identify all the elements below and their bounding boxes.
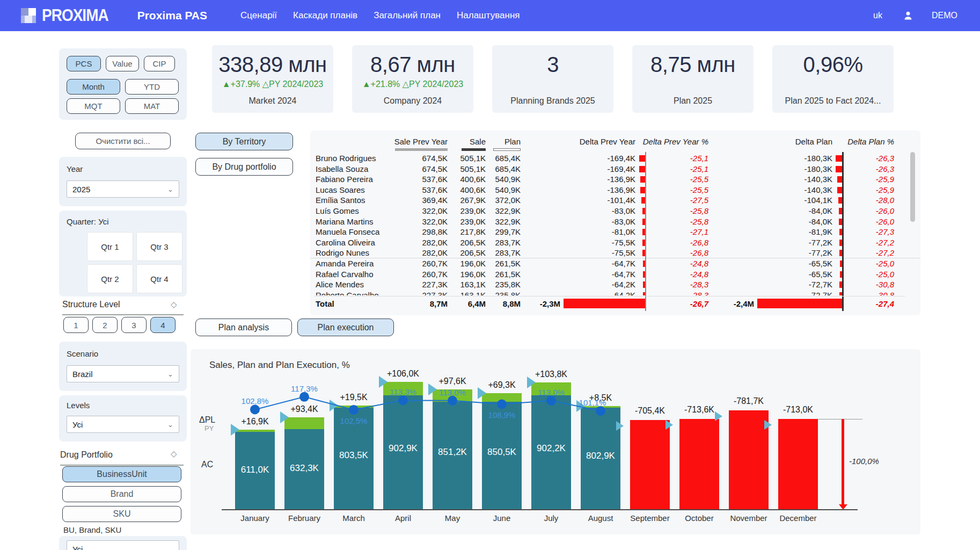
user-icon[interactable] <box>903 10 913 21</box>
col-header-delta-prev-year-pct: Delta Prev Year % <box>623 137 708 146</box>
language-switcher[interactable]: uk <box>873 11 882 20</box>
row-delta-prev-year-pct: -26,8 <box>665 248 708 257</box>
month-label-april: April <box>378 513 428 523</box>
eraser-icon[interactable]: ◇ <box>171 300 177 309</box>
toggle-mat[interactable]: MAT <box>125 98 179 114</box>
row-sale-prev-year: 260,7K <box>405 259 448 268</box>
marker-triangle-icon <box>715 411 722 421</box>
nav-item-4[interactable]: Налаштування <box>457 10 520 21</box>
quarter-button-qtr2[interactable]: Qtr 2 <box>87 264 133 293</box>
kpi-card-1: 338,89 млн▲+37.9% △PY 2024/2023Market 20… <box>212 45 333 113</box>
table-rows-viewport: Bruno Rodrigues674,5K505,1K685,4K-169,4K… <box>310 153 920 295</box>
bu-brand-sku-label: BU, Brand, SKU <box>63 525 121 534</box>
ac-value-label: 803,5K <box>329 450 378 461</box>
row-sale-prev-year: 227,3K <box>405 280 448 289</box>
drug-portfolio-button-sku[interactable]: SKU <box>62 506 181 522</box>
row-sale: 267,9K <box>450 196 486 205</box>
chart-button-plan-execution[interactable]: Plan execution <box>297 319 394 336</box>
table-row[interactable]: Alice Mendes227,3K163,1K235,8K-64,2K-28,… <box>310 279 920 290</box>
toggle-mqt[interactable]: MQT <box>67 98 120 114</box>
row-plan: 322,9K <box>487 206 521 215</box>
chevron-down-icon: ⌄ <box>167 370 173 378</box>
kpi-delta: ▲+37.9% △PY 2024/2023 <box>222 79 323 89</box>
chevron-down-icon: ⌄ <box>167 545 173 550</box>
row-delta-prev-year: -169,4K <box>582 154 635 163</box>
table-row[interactable]: Manuela Fonseca298,8K217,8K299,7K-81,0K-… <box>310 227 920 237</box>
toggle-month[interactable]: Month <box>67 79 120 95</box>
view-button-by-territory[interactable]: By Territory <box>195 133 293 150</box>
scenario-select[interactable]: Brazil⌄ <box>67 365 179 382</box>
x-axis-line <box>222 509 858 510</box>
row-delta-prev-year: -83,0K <box>582 206 635 215</box>
user-name[interactable]: DEMO <box>932 11 957 20</box>
view-button-by-drug-portfolio[interactable]: By Drug portfolio <box>195 158 293 176</box>
marker-triangle-icon <box>330 400 338 411</box>
table-row[interactable]: Mariana Martins322,0K239,0K322,9K-83,0K-… <box>310 216 920 227</box>
table-row[interactable]: Amanda Pereira260,7K196,0K261,5K-64,7K-2… <box>310 258 920 269</box>
quarter-button-qtr1[interactable]: Qtr 1 <box>87 232 133 261</box>
row-delta-prev-year-bar <box>639 166 645 172</box>
toggle-ytd[interactable]: YTD <box>125 79 179 95</box>
row-delta-plan: -140,3K <box>779 175 832 184</box>
eraser-icon[interactable]: ◇ <box>171 449 177 459</box>
toggle-pcs[interactable]: PCS <box>67 56 101 71</box>
row-delta-plan: -84,0K <box>779 206 832 215</box>
quarter-panel: Quarter: УсіQtr 1Qtr 3Qtr 2Qtr 4 <box>59 211 187 296</box>
row-delta-plan: -104,1K <box>779 196 832 205</box>
structure-level-button-2[interactable]: 2 <box>92 317 118 333</box>
nav-item-3[interactable]: Загальний план <box>374 10 441 21</box>
structure-level-button-1[interactable]: 1 <box>63 317 89 333</box>
nav-item-2[interactable]: Каскади планів <box>293 10 357 21</box>
chart-button-plan-analysis[interactable]: Plan analysis <box>195 319 292 336</box>
legend-mark-prev-year <box>395 148 448 151</box>
row-delta-plan: -77,2K <box>779 248 832 257</box>
total-delta-prev-year-pct: -26,7 <box>665 299 708 308</box>
quarter-button-qtr4[interactable]: Qtr 4 <box>136 264 182 293</box>
table-row[interactable]: Isabella Souza674,5K505,1K685,4K-169,4K-… <box>310 164 920 175</box>
table-row[interactable]: Fabiano Pereira537,6K400,6K540,9K-136,9K… <box>310 174 920 185</box>
kpi-label: Company 2024 <box>384 96 442 106</box>
scenario-select-value: Brazil <box>72 370 93 379</box>
table-row[interactable]: Luís Gomes322,0K239,0K322,9K-83,0K-25,8-… <box>310 206 920 216</box>
toggle-value[interactable]: Value <box>106 56 139 71</box>
top-navbar: PROXIMA Proxima PAS СценаріїКаскади план… <box>0 0 980 31</box>
nav-item-1[interactable]: Сценарії <box>240 10 277 21</box>
total-delta-plan-bar <box>757 299 842 308</box>
quarter-label: Quarter: Усі <box>67 217 109 226</box>
month-label-september: September <box>625 513 675 523</box>
clear-all-button[interactable]: Очистити всі... <box>75 133 171 149</box>
row-delta-plan: -65,5K <box>779 270 832 279</box>
month-label-august: August <box>576 513 625 523</box>
drug-portfolio-label: Drug Portfolio <box>60 450 113 460</box>
toggle-cip[interactable]: CIP <box>144 56 175 71</box>
row-delta-plan: -65,5K <box>779 259 832 268</box>
table-row[interactable]: Roberto Carvalho227,3K163,1K235,8K-64,2K… <box>310 290 920 295</box>
table-row[interactable]: Bruno Rodrigues674,5K505,1K685,4K-169,4K… <box>310 153 920 164</box>
drop-connector-line <box>818 419 862 419</box>
month-label-june: June <box>477 513 526 523</box>
table-row[interactable]: Rodrigo Nunes282,0K206,5K283,7K-75,5K-26… <box>310 248 920 258</box>
structure-level-button-3[interactable]: 3 <box>121 317 147 333</box>
table-row[interactable]: Rafael Carvalho260,7K196,0K261,5K-64,7K-… <box>310 269 920 280</box>
year-select[interactable]: 2025⌄ <box>67 180 179 198</box>
row-plan: 283,7K <box>487 248 521 257</box>
proxima-logo-icon <box>20 8 36 24</box>
structure-level-button-4[interactable]: 4 <box>150 317 175 333</box>
bu-brand-sku-select[interactable]: Усі⌄ <box>67 540 179 550</box>
execution-pct-label: 117,3% <box>283 384 326 393</box>
marker-triangle-icon <box>478 387 486 399</box>
drug-portfolio-button-businessunit[interactable]: BusinessUnit <box>62 466 181 482</box>
row-sale: 505,1K <box>450 164 486 173</box>
table-scrollbar[interactable] <box>910 152 915 222</box>
drug-portfolio-button-brand[interactable]: Brand <box>62 486 181 502</box>
table-row[interactable]: Carolina Oliveira282,0K206,5K283,7K-75,5… <box>310 237 920 248</box>
kpi-value: 338,89 млн <box>218 53 326 77</box>
row-delta-prev-year: -64,2K <box>582 291 635 295</box>
table-row[interactable]: Lucas Soares537,6K400,6K540,9K-136,9K-25… <box>310 185 920 196</box>
execution-pct-label: 113,0% <box>530 388 573 397</box>
levels-select[interactable]: Усі⌄ <box>67 416 179 433</box>
quarter-button-qtr3[interactable]: Qtr 3 <box>136 232 182 261</box>
table-row[interactable]: Emília Santos369,4K267,9K372,0K-101,4K-2… <box>310 195 920 206</box>
chevron-down-icon: ⌄ <box>167 185 173 193</box>
year-label: Year <box>67 164 83 173</box>
